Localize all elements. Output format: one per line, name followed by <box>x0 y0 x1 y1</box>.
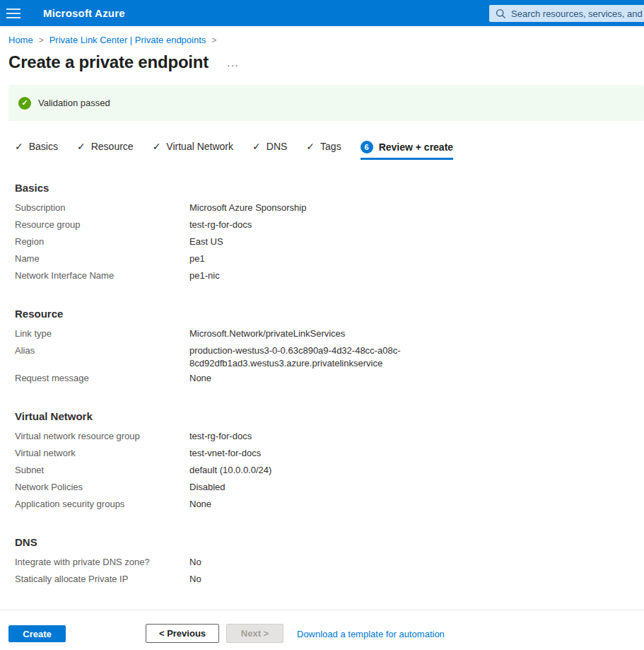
row-label: Network Interface Name <box>15 267 189 284</box>
tab-label: DNS <box>267 141 288 152</box>
checkmark-icon: ✓ <box>306 141 315 152</box>
review-content: Basics Subscription Microsoft Azure Spon… <box>15 182 644 588</box>
tab-resource[interactable]: ✓ Resource <box>77 141 134 158</box>
success-check-icon: ✓ <box>18 97 31 110</box>
section-virtual-network: Virtual Network Virtual network resource… <box>15 410 644 513</box>
row-label: Virtual network resource group <box>15 428 189 445</box>
row-label: Name <box>15 250 189 267</box>
review-row: Region East US <box>15 233 644 250</box>
azure-brand-title: Microsoft Azure <box>43 7 125 19</box>
row-value: pe1-nic <box>189 267 220 284</box>
review-row: Alias production-westus3-0-0.63c890a9-4d… <box>15 342 644 370</box>
tab-label: Basics <box>29 141 58 152</box>
checkmark-icon: ✓ <box>252 141 261 152</box>
review-row: Subnet default (10.0.0.0/24) <box>15 462 644 479</box>
row-value: No <box>189 554 201 571</box>
download-template-link[interactable]: Download a template for automation <box>297 629 445 639</box>
review-row: Virtual network test-vnet-for-docs <box>15 445 644 462</box>
section-basics: Basics Subscription Microsoft Azure Spon… <box>15 182 644 284</box>
row-value: None <box>189 496 211 513</box>
row-label: Virtual network <box>15 445 189 462</box>
wizard-footer: Create < Previous Next > Download a temp… <box>0 610 644 650</box>
review-row: Application security groups None <box>15 496 644 513</box>
section-title: DNS <box>15 536 644 548</box>
row-value: None <box>189 370 211 387</box>
row-value: Disabled <box>189 479 226 496</box>
top-bar: Microsoft Azure <box>0 0 644 26</box>
tab-tags[interactable]: ✓ Tags <box>306 141 341 158</box>
validation-message: Validation passed <box>38 98 110 108</box>
hamburger-menu-icon <box>6 8 21 10</box>
row-value: test-vnet-for-docs <box>189 445 261 462</box>
row-value: Microsoft Azure Sponsorship <box>189 199 306 216</box>
step-number-badge: 6 <box>361 141 373 153</box>
row-label: Resource group <box>15 216 189 233</box>
review-row: Network Policies Disabled <box>15 479 644 496</box>
section-resource: Resource Link type Microsoft.Network/pri… <box>15 308 644 387</box>
chevron-right-icon: > <box>39 35 44 45</box>
search-icon <box>496 8 506 19</box>
tab-virtual-network[interactable]: ✓ Virtual Network <box>153 141 233 158</box>
review-row: Resource group test-rg-for-docs <box>15 216 644 233</box>
tab-review-create[interactable]: 6 Review + create <box>361 141 453 160</box>
row-label: Region <box>15 233 189 250</box>
previous-button[interactable]: < Previous <box>146 624 219 643</box>
row-label: Alias <box>15 342 189 370</box>
row-value: production-westus3-0-0.63c890a9-4d32-48c… <box>189 342 403 370</box>
review-row: Statically allocate Private IP No <box>15 571 644 588</box>
row-value: East US <box>189 233 223 250</box>
section-title: Virtual Network <box>15 410 644 422</box>
create-button[interactable]: Create <box>8 625 66 642</box>
row-value: Microsoft.Network/privateLinkServices <box>189 325 345 342</box>
validation-banner: ✓ Validation passed <box>8 85 644 121</box>
review-row: Virtual network resource group test-rg-f… <box>15 428 644 445</box>
checkmark-icon: ✓ <box>15 141 23 152</box>
breadcrumb-private-link-center-link[interactable]: Private Link Center | Private endpoints <box>49 35 206 45</box>
more-options-button[interactable]: ··· <box>227 54 239 71</box>
next-button[interactable]: Next > <box>226 624 283 643</box>
tab-label: Virtual Network <box>166 141 233 152</box>
review-row: Name pe1 <box>15 250 644 267</box>
review-row: Network Interface Name pe1-nic <box>15 267 644 284</box>
wizard-tabs: ✓ Basics ✓ Resource ✓ Virtual Network ✓ … <box>15 141 644 160</box>
row-label: Statically allocate Private IP <box>15 571 189 588</box>
row-value: test-rg-for-docs <box>189 428 252 445</box>
breadcrumb-home-link[interactable]: Home <box>8 35 33 45</box>
section-title: Basics <box>15 182 644 194</box>
title-row: Create a private endpoint ··· <box>8 52 644 72</box>
row-label: Application security groups <box>15 496 189 513</box>
review-row: Subscription Microsoft Azure Sponsorship <box>15 199 644 216</box>
row-value: default (10.0.0.0/24) <box>189 462 271 479</box>
tab-basics[interactable]: ✓ Basics <box>15 141 58 158</box>
tab-label: Review + create <box>379 141 453 153</box>
breadcrumb: Home > Private Link Center | Private end… <box>8 35 644 45</box>
row-value: test-rg-for-docs <box>189 216 252 233</box>
tab-label: Tags <box>320 141 341 152</box>
tab-dns[interactable]: ✓ DNS <box>252 141 287 158</box>
tab-label: Resource <box>91 141 134 152</box>
row-label: Subnet <box>15 462 189 479</box>
menu-button[interactable] <box>0 0 31 26</box>
review-row: Integrate with private DNS zone? No <box>15 554 644 571</box>
row-value: pe1 <box>189 250 205 267</box>
row-value: No <box>189 571 201 588</box>
row-label: Network Policies <box>15 479 189 496</box>
global-search-box[interactable] <box>489 5 644 22</box>
chevron-right-icon: > <box>211 35 216 45</box>
row-label: Link type <box>15 325 189 342</box>
search-input[interactable] <box>511 8 644 19</box>
row-label: Integrate with private DNS zone? <box>15 554 189 571</box>
section-title: Resource <box>15 308 644 320</box>
review-row: Request message None <box>15 370 644 387</box>
page-title: Create a private endpoint <box>8 52 209 72</box>
row-label: Request message <box>15 370 189 387</box>
review-row: Link type Microsoft.Network/privateLinkS… <box>15 325 644 342</box>
checkmark-icon: ✓ <box>77 141 86 152</box>
row-label: Subscription <box>15 199 189 216</box>
checkmark-icon: ✓ <box>153 141 161 152</box>
section-dns: DNS Integrate with private DNS zone? No … <box>15 536 644 588</box>
